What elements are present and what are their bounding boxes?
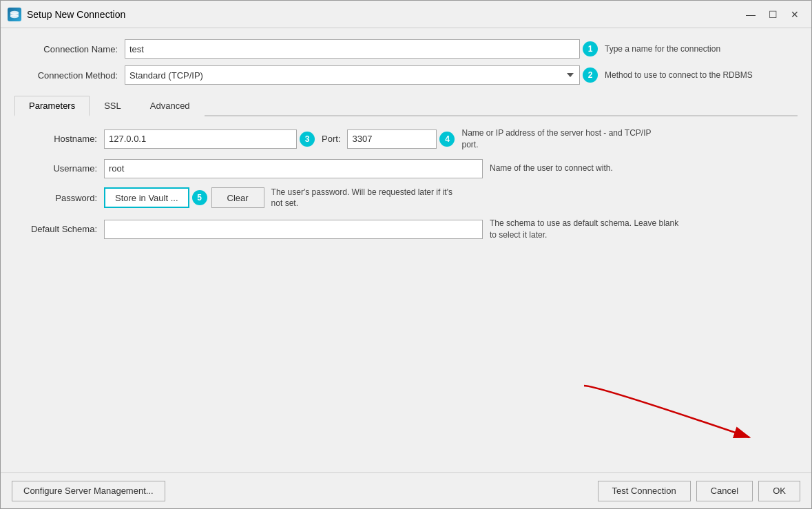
- connection-name-input[interactable]: [125, 39, 580, 59]
- connection-name-hint: Type a name for the connection: [605, 44, 798, 54]
- test-connection-button[interactable]: Test Connection: [598, 481, 691, 501]
- tabs-container: Parameters SSL Advanced Hostname: 3 Port…: [14, 94, 798, 260]
- close-button[interactable]: ✕: [785, 6, 804, 23]
- red-arrow: [556, 372, 777, 455]
- username-hint: Name of the user to connect with.: [490, 163, 683, 174]
- badge-5: 5: [192, 190, 207, 205]
- main-content: Connection Name: 1 Type a name for the c…: [1, 28, 811, 472]
- connection-method-field-wrapper: Standard (TCP/IP) Standard (TCP/IP) over…: [125, 65, 598, 85]
- username-label: Username:: [14, 163, 97, 174]
- window-controls: — ☐ ✕: [741, 6, 804, 23]
- badge-4: 4: [439, 132, 455, 147]
- hostname-input[interactable]: [104, 129, 297, 149]
- vault-btn-wrapper: Store in Vault ... 5: [104, 187, 207, 208]
- badge-3: 3: [300, 132, 315, 147]
- connection-name-row: Connection Name: 1 Type a name for the c…: [14, 39, 798, 59]
- store-in-vault-button[interactable]: Store in Vault ...: [104, 187, 189, 208]
- clear-button[interactable]: Clear: [211, 187, 264, 208]
- hostname-port-row: Hostname: 3 Port: 4 Name or IP address o…: [14, 127, 798, 151]
- title-bar-left: Setup New Connection: [8, 8, 125, 21]
- password-row: Password: Store in Vault ... 5 Clear The…: [14, 187, 798, 210]
- password-buttons-wrapper: Store in Vault ... 5 Clear: [104, 187, 264, 208]
- password-hint: The user's password. Will be requested l…: [271, 187, 464, 210]
- port-field-wrapper: 4: [347, 129, 455, 149]
- connection-method-hint: Method to use to connect to the RDBMS: [605, 70, 798, 80]
- title-bar: Setup New Connection — ☐ ✕: [1, 1, 811, 28]
- maximize-button[interactable]: ☐: [763, 6, 782, 23]
- minimize-button[interactable]: —: [741, 6, 760, 23]
- tab-advanced[interactable]: Advanced: [136, 96, 205, 116]
- hostname-hint: Name or IP address of the server host - …: [461, 127, 654, 151]
- tab-content-parameters: Hostname: 3 Port: 4 Name or IP address o…: [14, 116, 798, 260]
- svg-point-2: [10, 14, 19, 18]
- default-schema-row: Default Schema: The schema to use as def…: [14, 218, 798, 241]
- app-icon: [8, 8, 21, 21]
- footer-left: Configure Server Management...: [12, 481, 165, 501]
- username-row: Username: Name of the user to connect wi…: [14, 159, 798, 178]
- default-schema-hint: The schema to use as default schema. Lea…: [490, 218, 683, 241]
- configure-server-button[interactable]: Configure Server Management...: [12, 481, 165, 501]
- badge-2: 2: [583, 67, 598, 83]
- footer-right: Test Connection Cancel OK: [598, 481, 801, 501]
- ok-button[interactable]: OK: [758, 481, 800, 501]
- tab-ssl[interactable]: SSL: [90, 96, 136, 116]
- port-input[interactable]: [347, 129, 437, 149]
- hostname-field-wrapper: 3: [104, 129, 315, 149]
- default-schema-label: Default Schema:: [14, 224, 97, 234]
- connection-name-label: Connection Name:: [14, 44, 118, 54]
- connection-method-row: Connection Method: Standard (TCP/IP) Sta…: [14, 65, 798, 85]
- cancel-button[interactable]: Cancel: [696, 481, 753, 501]
- password-label: Password:: [14, 193, 97, 203]
- connection-method-select[interactable]: Standard (TCP/IP) Standard (TCP/IP) over…: [125, 65, 580, 85]
- main-window: Setup New Connection — ☐ ✕ Connection Na…: [0, 0, 812, 509]
- connection-name-field-wrapper: 1: [125, 39, 598, 59]
- port-label: Port:: [322, 134, 340, 144]
- window-title: Setup New Connection: [27, 9, 125, 20]
- footer: Configure Server Management... Test Conn…: [1, 472, 811, 508]
- tab-parameters[interactable]: Parameters: [14, 96, 90, 116]
- tabs-bar: Parameters SSL Advanced: [14, 94, 798, 116]
- badge-1: 1: [583, 41, 598, 56]
- username-input[interactable]: [104, 159, 483, 178]
- connection-method-label: Connection Method:: [14, 70, 118, 81]
- hostname-label: Hostname:: [14, 134, 97, 144]
- spacer-area: [14, 267, 798, 461]
- default-schema-input[interactable]: [104, 220, 483, 239]
